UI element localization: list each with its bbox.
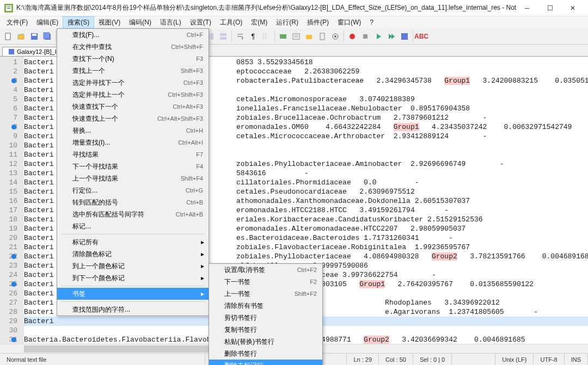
line-number: 2 bbox=[0, 67, 17, 76]
record-macro-icon[interactable] bbox=[346, 30, 358, 42]
menu-item[interactable]: 转到匹配的括号Ctrl+B bbox=[57, 196, 209, 208]
menu-shortcut: Ctrl+B bbox=[186, 199, 203, 206]
minimize-button[interactable]: ─ bbox=[516, 1, 538, 16]
submenu-arrow-icon: ▸ bbox=[201, 250, 204, 258]
menu-item[interactable]: 行定位...Ctrl+G bbox=[57, 184, 209, 196]
menu-item[interactable]: 快速查找下一个Ctrl+Alt+F3 bbox=[57, 101, 209, 113]
menu-edit[interactable]: 编辑(E) bbox=[32, 17, 63, 28]
menu-item[interactable]: 标记... bbox=[57, 220, 209, 232]
menu-search[interactable]: 搜索(S) bbox=[63, 16, 94, 29]
titlebar: K:\渤海湾高通量测序数据\2014年8月份19个样品单独分析\去singlet… bbox=[0, 0, 588, 16]
menu-window[interactable]: 窗口(W) bbox=[333, 17, 365, 28]
submenu-item[interactable]: 设置/取消书签Ctrl+F2 bbox=[209, 264, 322, 276]
line-number: 25 bbox=[0, 280, 17, 289]
menu-item[interactable]: 清除颜色标记▸ bbox=[57, 248, 209, 260]
svg-rect-4 bbox=[5, 33, 10, 40]
svg-rect-3 bbox=[7, 8, 10, 9]
menu-item[interactable]: 查找(F)...Ctrl+F bbox=[57, 29, 209, 41]
open-file-icon[interactable] bbox=[15, 30, 27, 42]
menu-item[interactable]: 选中所有匹配括号间字符Ctrl+Alt+B bbox=[57, 208, 209, 220]
menu-shortcut: F3 bbox=[196, 55, 203, 62]
save-macro-icon[interactable] bbox=[399, 30, 411, 42]
submenu-item[interactable]: 下一书签F2 bbox=[209, 276, 322, 288]
menu-item[interactable]: 下一个寻找结果F4 bbox=[57, 160, 209, 172]
menu-item[interactable]: 在文件中查找Ctrl+Shift+F bbox=[57, 41, 209, 53]
menu-item-label: 上一个寻找结果 bbox=[72, 174, 181, 183]
file-tab[interactable]: Galaxy12-[B]_I bbox=[2, 47, 63, 56]
submenu-item[interactable]: 剪切书签行 bbox=[209, 312, 322, 324]
submenu-item[interactable]: 粘贴(替换)书签行 bbox=[209, 336, 322, 348]
menu-file[interactable]: 文件(F) bbox=[2, 17, 32, 28]
status-sel: Sel : 0 | 0 bbox=[413, 354, 452, 365]
save-icon[interactable] bbox=[28, 30, 40, 42]
func-list-icon[interactable] bbox=[290, 30, 302, 42]
menu-macro[interactable]: 宏(M) bbox=[247, 17, 272, 28]
menu-item[interactable]: 到上一个颜色标记▸ bbox=[57, 260, 209, 272]
menu-item[interactable]: 快速查找上一个Ctrl+Alt+Shift+F3 bbox=[57, 113, 209, 125]
line-number: 26 bbox=[0, 289, 17, 298]
spellcheck-icon[interactable]: ABC bbox=[415, 30, 427, 42]
menu-item[interactable]: 寻找结果F7 bbox=[57, 149, 209, 160]
menu-item[interactable]: 选定并寻找上一个Ctrl+Shift+F3 bbox=[57, 89, 209, 101]
indent-guide-icon[interactable] bbox=[260, 30, 272, 42]
menu-tools[interactable]: 工具(O) bbox=[216, 17, 247, 28]
submenu-item[interactable]: 复制书签行 bbox=[209, 324, 322, 336]
submenu-item[interactable]: 删除未标记行 bbox=[209, 360, 322, 365]
lang-icon[interactable] bbox=[277, 30, 289, 42]
maximize-button[interactable]: ☐ bbox=[539, 1, 561, 16]
menu-item-label: 转到匹配的括号 bbox=[72, 198, 186, 207]
submenu-item[interactable]: 上一书签Shift+F2 bbox=[209, 288, 322, 300]
show-all-icon[interactable]: ¶ bbox=[247, 30, 259, 42]
menu-item[interactable]: 书签▸ bbox=[57, 288, 209, 300]
doc-map-icon[interactable] bbox=[316, 30, 328, 42]
play-multi-icon[interactable] bbox=[385, 30, 397, 42]
menu-item[interactable]: 选定并寻找下一个Ctrl+F3 bbox=[57, 77, 209, 89]
line-number: 29 bbox=[0, 317, 17, 326]
menu-item[interactable]: 查找下一个(N)F3 bbox=[57, 53, 209, 65]
menu-item[interactable]: 标记所有▸ bbox=[57, 236, 209, 248]
menu-item[interactable]: 替换...Ctrl+H bbox=[57, 125, 209, 137]
menu-item[interactable]: 查找上一个Shift+F3 bbox=[57, 65, 209, 77]
close-button[interactable]: ✕ bbox=[562, 1, 584, 16]
wrap-icon[interactable] bbox=[234, 30, 246, 42]
line-number: 7 bbox=[0, 113, 17, 122]
menu-item[interactable]: 增量查找(I)...Ctrl+Alt+I bbox=[57, 137, 209, 149]
submenu-item-label: 清除所有书签 bbox=[224, 301, 317, 311]
menu-item[interactable]: 上一个寻找结果Shift+F4 bbox=[57, 172, 209, 184]
menu-encoding[interactable]: 编码(N) bbox=[125, 17, 156, 28]
bookmark-icon bbox=[11, 254, 16, 259]
menu-item[interactable]: 到下一个颜色标记▸ bbox=[57, 272, 209, 284]
line-number: 5 bbox=[0, 95, 17, 104]
new-file-icon[interactable] bbox=[2, 30, 14, 42]
menu-item-label: 选定并寻找下一个 bbox=[72, 78, 183, 88]
svg-rect-29 bbox=[320, 33, 324, 40]
menu-settings[interactable]: 设置(T) bbox=[186, 17, 216, 28]
menu-help[interactable]: ? bbox=[365, 17, 378, 27]
menu-view[interactable]: 视图(V) bbox=[94, 17, 125, 28]
menu-language[interactable]: 语言(L) bbox=[156, 17, 186, 28]
menu-item[interactable]: 查找范围内的字符... bbox=[57, 304, 209, 315]
line-number: 23 bbox=[0, 261, 17, 270]
menu-shortcut: Ctrl+Shift+F bbox=[171, 44, 203, 50]
menu-shortcut: F7 bbox=[196, 151, 203, 158]
stop-macro-icon[interactable] bbox=[359, 30, 371, 42]
monitor-icon[interactable] bbox=[329, 30, 341, 42]
submenu-item[interactable]: 删除书签行 bbox=[209, 348, 322, 360]
menu-item-label: 清除颜色标记 bbox=[72, 250, 203, 259]
menu-run[interactable]: 运行(R) bbox=[272, 17, 303, 28]
svg-rect-22 bbox=[220, 33, 226, 36]
menu-plugins[interactable]: 插件(P) bbox=[303, 17, 333, 28]
save-all-icon[interactable] bbox=[41, 30, 53, 42]
submenu-item-label: 下一书签 bbox=[224, 277, 310, 287]
menu-item-label: 查找范围内的字符... bbox=[72, 305, 203, 314]
menu-shortcut: Shift+F4 bbox=[181, 175, 203, 182]
submenu-item[interactable]: 清除所有书签 bbox=[209, 300, 322, 312]
svg-rect-28 bbox=[306, 35, 312, 39]
submenu-item-label: 删除书签行 bbox=[224, 349, 317, 358]
line-number: 15 bbox=[0, 187, 17, 196]
file-icon bbox=[8, 48, 15, 55]
play-macro-icon[interactable] bbox=[372, 30, 384, 42]
sync-h-icon[interactable] bbox=[217, 30, 229, 42]
folder-tree-icon[interactable] bbox=[303, 30, 315, 42]
line-number: 16 bbox=[0, 196, 17, 206]
